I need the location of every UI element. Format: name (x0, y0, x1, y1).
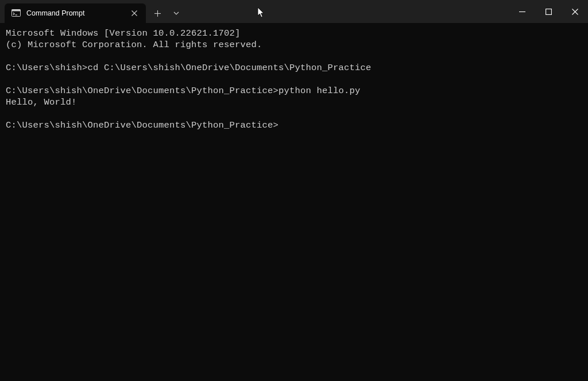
terminal-icon (11, 9, 21, 18)
minimize-button[interactable] (509, 0, 535, 23)
plus-icon (154, 10, 161, 17)
tab-dropdown-button[interactable] (168, 3, 185, 23)
titlebar: Command Prompt (0, 0, 588, 23)
maximize-button[interactable] (535, 0, 562, 23)
close-window-button[interactable] (562, 0, 588, 23)
terminal-command: python hello.py (278, 86, 361, 96)
tab-title: Command Prompt (26, 9, 123, 17)
tab-close-button[interactable] (129, 7, 140, 19)
terminal-prompt: C:\Users\shish\OneDrive\Documents\Python… (6, 86, 278, 96)
terminal-line: (c) Microsoft Corporation. All rights re… (6, 40, 262, 50)
svg-rect-8 (546, 9, 551, 14)
tab-command-prompt[interactable]: Command Prompt (5, 3, 146, 23)
terminal-output-line: Hello, World! (6, 97, 77, 107)
terminal-output[interactable]: Microsoft Windows [Version 10.0.22621.17… (0, 23, 588, 137)
new-tab-button[interactable] (147, 3, 168, 23)
terminal-prompt: C:\Users\shish> (6, 63, 88, 73)
minimize-icon (519, 9, 525, 15)
titlebar-drag-region[interactable] (185, 0, 509, 23)
terminal-command: cd C:\Users\shish\OneDrive\Documents\Pyt… (88, 63, 372, 73)
window-controls (509, 0, 588, 23)
terminal-prompt: C:\Users\shish\OneDrive\Documents\Python… (6, 120, 278, 130)
chevron-down-icon (173, 11, 179, 15)
svg-rect-1 (12, 10, 21, 11)
maximize-icon (546, 9, 552, 15)
tab-actions (147, 0, 185, 23)
close-icon (131, 10, 137, 16)
terminal-line: Microsoft Windows [Version 10.0.22621.17… (6, 28, 241, 39)
close-icon (572, 9, 578, 15)
